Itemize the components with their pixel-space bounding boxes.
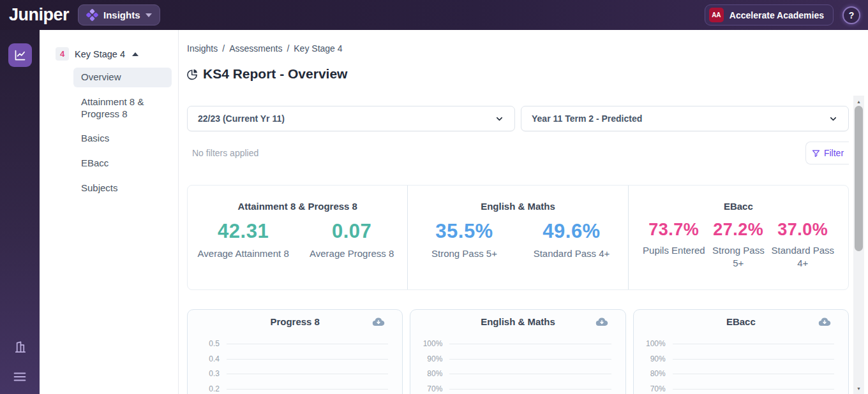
stat-group-title: English & Maths — [408, 201, 627, 212]
gridline-row: 100% — [643, 339, 834, 348]
gridline-row: 80% — [419, 369, 611, 378]
y-tick: 100% — [643, 339, 666, 348]
metric-value: 73.7% — [648, 220, 699, 240]
metric-value: 37.0% — [777, 220, 828, 240]
metric-pupils-entered: 73.7% Pupils Entered — [641, 220, 706, 257]
chart-cards-row: Progress 8 0.5 0.4 0.3 0.2 English & Mat… — [187, 309, 849, 394]
nav-item-attainment8-progress8[interactable]: Attainment 8 & Progress 8 — [73, 92, 172, 124]
metric-label: Standard Pass 4+ — [534, 247, 610, 260]
academic-year-value: 22/23 (Current Yr 11) — [198, 113, 285, 124]
chart-card-ebacc: EBacc 100% 90% 80% 70% — [633, 309, 849, 394]
headline-stats-row: Attainment 8 & Progress 8 42.31 Average … — [187, 185, 849, 290]
gridline-row: 90% — [643, 354, 834, 363]
metric-average-attainment-8: 42.31 Average Attainment 8 — [189, 220, 297, 260]
metric-standard-pass: 37.0% Standard Pass 4+ — [770, 220, 835, 269]
chart-title: EBacc — [726, 316, 756, 327]
collapse-triangle-icon — [132, 52, 138, 56]
term-value: Year 11 Term 2 - Predicted — [532, 113, 642, 124]
organisation-rail-button[interactable] — [13, 340, 27, 354]
hamburger-icon — [13, 371, 27, 383]
metric-label: Average Attainment 8 — [198, 247, 289, 260]
menu-button[interactable] — [13, 371, 27, 383]
chevron-down-icon — [828, 114, 838, 124]
y-tick: 90% — [419, 354, 442, 363]
gridline-row: 0.4 — [197, 354, 388, 363]
chevron-down-icon — [146, 13, 152, 17]
metric-value: 35.5% — [435, 220, 493, 243]
download-button[interactable] — [818, 315, 832, 329]
help-button[interactable]: ? — [842, 6, 860, 24]
breadcrumb: Insights/Assessments/Key Stage 4 — [187, 43, 343, 54]
breadcrumb-assessments[interactable]: Assessments — [229, 43, 282, 54]
juniper-logo: Juniper — [9, 5, 69, 25]
report-nav-list: Overview Attainment 8 & Progress 8 Basic… — [73, 68, 172, 198]
scroll-up-arrow[interactable]: ▲ — [853, 97, 864, 106]
pie-chart-icon — [186, 68, 198, 80]
metric-average-progress-8: 0.07 Average Progress 8 — [297, 220, 406, 260]
metric-label: Strong Pass 5+ — [431, 247, 497, 260]
line-chart-icon — [13, 48, 27, 62]
nav-item-ebacc[interactable]: EBacc — [73, 154, 172, 173]
y-tick: 0.2 — [197, 384, 220, 393]
stat-group-english-maths: English & Maths 35.5% Strong Pass 5+ 49.… — [407, 186, 627, 289]
nav-item-basics[interactable]: Basics — [73, 129, 172, 149]
scroll-down-arrow[interactable]: ▼ — [853, 384, 864, 393]
page-title: KS4 Report - Overview — [203, 66, 347, 82]
gridline-row: 0.3 — [197, 369, 388, 378]
y-tick: 90% — [643, 354, 666, 363]
metric-label: Standard Pass 4+ — [770, 244, 835, 269]
no-filters-text: No filters applied — [192, 148, 258, 158]
nav-item-subjects[interactable]: Subjects — [73, 179, 172, 198]
stat-group-ebacc: EBacc 73.7% Pupils Entered 27.2% Strong … — [628, 186, 848, 289]
gridline-row: 80% — [643, 369, 834, 378]
y-tick: 80% — [643, 369, 666, 378]
y-tick: 70% — [419, 384, 442, 393]
nav-item-overview[interactable]: Overview — [73, 68, 172, 87]
y-tick: 0.4 — [197, 354, 220, 363]
metric-value: 42.31 — [218, 220, 269, 243]
chart-card-english-maths: English & Maths 100% 90% 80% 70% — [410, 309, 625, 394]
scrollbar-thumb[interactable] — [855, 106, 863, 251]
stat-group-attainment-progress: Attainment 8 & Progress 8 42.31 Average … — [188, 186, 407, 289]
chart-card-progress-8: Progress 8 0.5 0.4 0.3 0.2 — [187, 309, 403, 394]
filter-button-label: Filter — [824, 148, 844, 158]
icon-rail — [0, 30, 40, 394]
metric-standard-pass: 49.6% Standard Pass 4+ — [518, 220, 625, 260]
top-bar: Juniper Insights AA Accelerate Academies… — [0, 0, 868, 30]
gridline-row: 0.5 — [197, 339, 388, 348]
stat-group-title: EBacc — [629, 201, 848, 212]
insights-diamond-icon — [86, 9, 98, 21]
key-stage-badge: 4 — [56, 47, 69, 61]
metric-strong-pass: 27.2% Strong Pass 5+ — [706, 220, 770, 269]
product-switcher[interactable]: Insights — [78, 4, 160, 26]
report-nav: 4 Key Stage 4 Overview Attainment 8 & Pr… — [40, 30, 179, 394]
filter-button[interactable]: Filter — [805, 142, 849, 164]
y-tick: 0.5 — [197, 339, 220, 348]
download-button[interactable] — [595, 315, 609, 329]
breadcrumb-separator: / — [222, 43, 225, 54]
metric-label: Strong Pass 5+ — [706, 244, 770, 269]
breadcrumb-insights[interactable]: Insights — [187, 43, 218, 54]
organisation-avatar: AA — [709, 8, 724, 22]
gridline-row: 70% — [643, 384, 834, 393]
y-tick: 70% — [643, 384, 666, 393]
key-stage-label: Key Stage 4 — [75, 49, 125, 59]
organisation-name: Accelerate Academies — [730, 10, 824, 20]
term-select[interactable]: Year 11 Term 2 - Predicted — [521, 106, 849, 131]
breadcrumb-separator: / — [287, 43, 289, 54]
gridline-row: 100% — [419, 339, 611, 348]
product-switcher-label: Insights — [103, 10, 140, 20]
key-stage-group-toggle[interactable]: 4 Key Stage 4 — [56, 47, 178, 61]
app-window: Juniper Insights AA Accelerate Academies… — [0, 0, 868, 394]
academic-year-select[interactable]: 22/23 (Current Yr 11) — [187, 106, 515, 131]
y-tick: 0.3 — [197, 369, 220, 378]
vertical-scrollbar[interactable]: ▲ ▼ — [853, 96, 864, 394]
metric-label: Pupils Entered — [643, 244, 705, 257]
metric-label: Average Progress 8 — [310, 247, 394, 260]
breadcrumb-key-stage-4[interactable]: Key Stage 4 — [294, 43, 342, 54]
organisation-button[interactable]: AA Accelerate Academies — [705, 4, 834, 26]
insights-nav-button[interactable] — [8, 43, 32, 67]
download-button[interactable] — [371, 315, 385, 329]
chevron-down-icon — [495, 114, 504, 124]
metric-strong-pass: 35.5% Strong Pass 5+ — [410, 220, 518, 260]
